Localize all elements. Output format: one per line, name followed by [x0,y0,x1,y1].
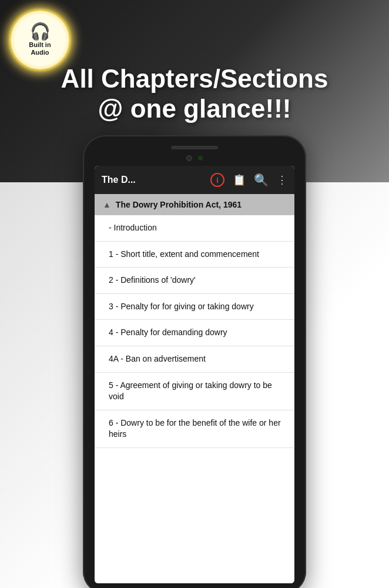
clipboard-icon[interactable]: 📋 [233,173,246,186]
app-toolbar: The D... i 📋 🔍 ⋮ [95,166,294,194]
search-icon[interactable]: 🔍 [254,173,269,187]
list-item[interactable]: 6 - Dowry to be for the benefit of the w… [95,410,294,448]
audio-badge: 🎧 Built in Audio [11,11,69,69]
list-item[interactable]: 5 - Agreement of giving or taking dowry … [95,373,294,410]
list-item[interactable]: - Introduction [95,215,294,242]
list-item[interactable]: 4 - Penalty for demanding dowry [95,320,294,346]
list-item[interactable]: 1 - Short title, extent and commencement [95,242,294,268]
phone-screen: The D... i 📋 🔍 ⋮ ▲ The Dowry Prohibition… [95,166,294,583]
phone-camera [186,155,192,161]
info-icon[interactable]: i [210,173,224,187]
sections-list: ▲ The Dowry Prohibition Act, 1961 - Intr… [95,194,294,583]
chapter-header[interactable]: ▲ The Dowry Prohibition Act, 1961 [95,194,294,215]
phone-camera-row [186,155,203,161]
toolbar-title: The D... [102,175,203,185]
list-item[interactable]: 4A - Ban on advertisement [95,346,294,373]
phone-light [198,156,203,161]
badge-text: Built in Audio [29,41,51,56]
phone-mockup: The D... i 📋 🔍 ⋮ ▲ The Dowry Prohibition… [83,135,306,588]
chapter-title: The Dowry Prohibition Act, 1961 [116,200,242,209]
list-item[interactable]: 3 - Penalty for for giving or taking dow… [95,294,294,320]
headphone-icon: 🎧 [30,24,51,40]
bottom-section: The D... i 📋 🔍 ⋮ ▲ The Dowry Prohibition… [0,182,389,588]
chapter-arrow-icon: ▲ [103,200,111,209]
phone-speaker [171,146,218,149]
list-item[interactable]: 2 - Definitions of 'dowry' [95,268,294,294]
more-icon[interactable]: ⋮ [277,173,287,186]
toolbar-icons: i 📋 🔍 ⋮ [210,173,287,187]
app-headline: All Chapters/Sections @ one glance!!! [49,64,340,123]
